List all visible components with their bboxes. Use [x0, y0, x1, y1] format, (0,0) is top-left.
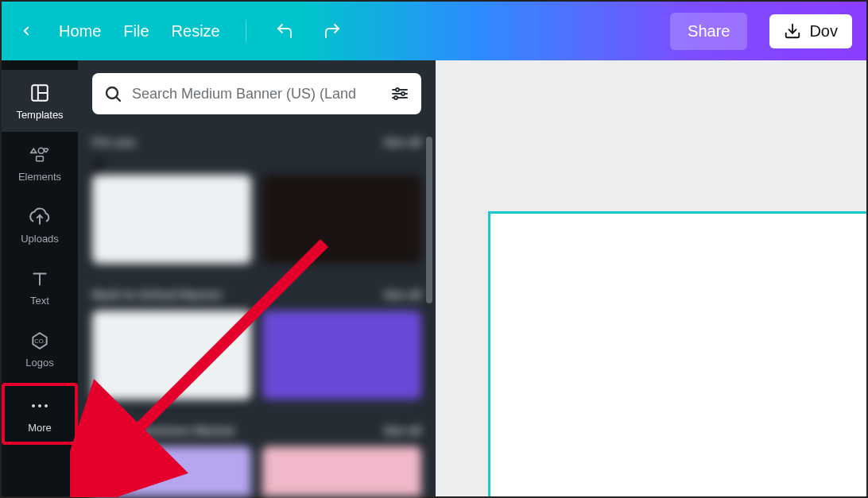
side-rail: Templates Elements Uploads Text [2, 60, 78, 496]
logos-icon: CO. [29, 330, 51, 352]
rail-elements-label: Elements [18, 171, 61, 183]
rail-more[interactable]: More [2, 383, 78, 445]
templates-list: For youSee all股 Back to School BannerSee… [78, 127, 436, 496]
rail-elements[interactable]: Elements [2, 132, 78, 194]
file-menu[interactable]: File [123, 22, 149, 41]
svg-point-19 [401, 92, 405, 95]
rail-text[interactable]: Text [2, 256, 78, 318]
templates-panel: For youSee all股 Back to School BannerSee… [78, 60, 436, 496]
svg-point-4 [38, 148, 44, 153]
rail-uploads[interactable]: Uploads [2, 194, 78, 256]
rail-text-label: Text [30, 295, 49, 307]
templates-icon [29, 82, 51, 104]
canvas-area[interactable] [436, 60, 866, 496]
rail-logos[interactable]: CO. Logos [2, 318, 78, 380]
annotation-arrow [70, 235, 340, 497]
rail-logos-label: Logos [25, 357, 53, 369]
search-bar[interactable] [92, 73, 421, 114]
rail-uploads-label: Uploads [21, 233, 59, 245]
rail-more-label: More [28, 422, 52, 434]
redo-button[interactable] [320, 18, 345, 44]
svg-point-12 [38, 404, 41, 407]
design-canvas[interactable] [488, 211, 866, 496]
text-icon [29, 268, 51, 290]
top-toolbar: Home File Resize Share Dov [2, 2, 866, 60]
redo-icon [323, 21, 342, 41]
resize-menu[interactable]: Resize [172, 22, 220, 41]
svg-text:CO.: CO. [34, 338, 45, 345]
search-container [78, 60, 436, 127]
back-button[interactable] [16, 21, 37, 41]
download-label: Dov [809, 22, 838, 41]
elements-icon [29, 144, 51, 166]
uploads-icon [29, 206, 51, 228]
sliders-icon [390, 84, 409, 103]
home-link[interactable]: Home [59, 22, 101, 41]
svg-point-21 [394, 96, 397, 99]
svg-point-13 [45, 404, 48, 407]
search-icon [103, 84, 122, 103]
app-body: Templates Elements Uploads Text [2, 60, 866, 496]
panel-scrollbar[interactable] [426, 137, 432, 303]
svg-rect-5 [37, 156, 44, 160]
undo-icon [275, 21, 294, 41]
chevron-left-icon [19, 24, 33, 38]
svg-line-23 [110, 243, 324, 457]
svg-point-11 [32, 404, 35, 407]
svg-point-17 [396, 88, 399, 91]
toolbar-divider [246, 20, 246, 42]
rail-templates[interactable]: Templates [2, 70, 78, 132]
download-button[interactable]: Dov [769, 14, 852, 48]
share-button[interactable]: Share [670, 13, 747, 50]
app-root: Home File Resize Share Dov Templates [0, 0, 868, 498]
search-filter-button[interactable] [389, 83, 410, 104]
download-icon [784, 22, 801, 40]
rail-templates-label: Templates [16, 109, 63, 121]
undo-button[interactable] [272, 18, 297, 44]
search-input[interactable] [132, 86, 380, 102]
svg-line-15 [116, 97, 120, 101]
more-icon [29, 395, 51, 417]
